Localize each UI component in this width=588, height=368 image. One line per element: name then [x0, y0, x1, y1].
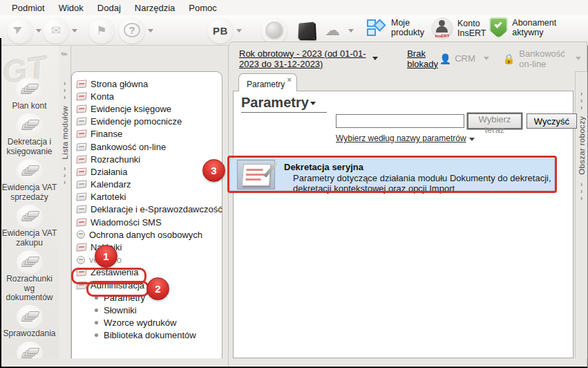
bankowosc-online-icon — [76, 142, 86, 151]
konto-insert-label: Konto — [457, 19, 480, 28]
plan-kont-icon — [16, 77, 42, 101]
cloud-caret[interactable] — [348, 29, 354, 33]
menu-pomoc[interactable]: Pomoc — [182, 1, 222, 15]
abonament-button[interactable]: Abonament aktywny — [489, 17, 588, 38]
online-button[interactable] — [261, 17, 287, 44]
dekretacja-seryjna-item[interactable]: Dekretacja seryjna Parametry dotyczące d… — [230, 158, 555, 191]
moje-produkty-button[interactable]: Mojeprodukty — [366, 17, 424, 38]
sidebar-item-deklaracje-skarbowe[interactable]: Deklaracje skarbowe — [0, 342, 59, 358]
send-caret[interactable] — [72, 29, 77, 33]
vat-sprzedazy-icon — [17, 159, 43, 183]
sidebar-item-ewidencja-vat-zakupu[interactable]: Ewidencja VAT zakupu — [0, 205, 59, 248]
item-description: Parametry dotyczące działania modułu Dok… — [293, 173, 554, 194]
tree-item-rozrachunki[interactable]: Rozrachunki — [77, 153, 222, 165]
crm-caret[interactable] — [484, 57, 489, 60]
pointer-tool-button[interactable] — [7, 17, 33, 44]
page-title[interactable]: Parametry — [241, 95, 327, 113]
tree-item-kalendarz[interactable]: Kalendarz — [77, 178, 222, 191]
bankowosc-icon: 🔒 — [503, 53, 515, 64]
tree-item-bankowosc-online[interactable]: Bankowość on-line — [77, 140, 222, 153]
module-cube-button[interactable] — [293, 17, 319, 44]
lista-modulow-label: Lista modułów — [61, 106, 69, 159]
konto-insert-button[interactable]: InsERT KontoInsERT — [431, 17, 486, 39]
tree-item-slowniki[interactable]: Słowniki — [77, 304, 222, 316]
filter-by-name-link[interactable]: Wybierz według nazwy parametrów — [336, 134, 475, 143]
help-caret[interactable] — [148, 29, 153, 33]
dekretacja-seryjna-icon — [237, 160, 275, 190]
ochrona-danych-icon — [77, 230, 85, 239]
send-button[interactable] — [43, 17, 69, 44]
wiadomosci-sms-icon — [76, 218, 86, 226]
wybierz-teraz-button[interactable]: Wybierz teraz — [468, 113, 522, 129]
wyczysc-button[interactable]: Wyczyść — [527, 113, 577, 129]
menu-dodaj[interactable]: Dodaj — [91, 1, 127, 15]
bankowosc-label[interactable]: Bankowość on-line — [519, 48, 566, 69]
bullet-icon — [95, 333, 98, 337]
obszar-roboczy-label: Obszar roboczy — [578, 116, 586, 175]
brak-blokady-link[interactable]: Brak blokady — [407, 48, 439, 69]
tree-item-konta[interactable]: Konta — [77, 90, 222, 102]
tab-close-icon[interactable]: × — [287, 75, 292, 84]
tree-item-ewidencje-pomocnicze[interactable]: Ewidencje pomocnicze — [77, 116, 222, 128]
tree-item-finanse[interactable]: Finanse — [77, 128, 222, 140]
menu-podmiot[interactable]: Podmiot — [6, 1, 51, 15]
user-button[interactable]: PB — [207, 17, 234, 44]
tree-item-dzialania[interactable]: Działania — [77, 165, 222, 178]
ewidencje-ksiegowe-icon — [76, 104, 86, 113]
sidebar-item-dekretacja[interactable]: Dekretacja i księgowanie — [0, 113, 59, 156]
tree-item-strona-glowna[interactable]: Strona główna — [77, 77, 222, 90]
crm-label[interactable]: CRM — [455, 53, 475, 64]
pin-icon[interactable]: ✎ — [59, 49, 70, 60]
sidebar-item-ewidencja-vat-sprzedazy[interactable]: Ewidencja VAT sprzedaży — [0, 159, 59, 202]
cube-icon — [298, 22, 314, 39]
tree-item-biblioteka-dokumentow[interactable]: Biblioteka dokumentów — [77, 329, 222, 342]
help-icon — [124, 24, 140, 37]
parameter-search-input[interactable] — [336, 114, 464, 128]
kartoteki-icon — [76, 193, 86, 201]
topbar: Rok obrotowy - 2023 (od 01-01-2023 do 31… — [229, 46, 587, 71]
sidebar-item-plan-kont[interactable]: Plan kont — [12, 77, 46, 111]
tree-item-wiadomosci-sms[interactable]: Wiadomości SMS — [77, 216, 222, 228]
deklaracje-icon — [76, 205, 86, 214]
parametry-content-panel: Parametry Wybierz teraz Wyczyść Wybierz … — [233, 91, 573, 358]
menu-narzedzia[interactable]: Narzędzia — [129, 1, 182, 15]
help-button[interactable] — [119, 17, 145, 44]
tab-label: Parametry — [247, 80, 285, 89]
tree-item-deklaracje-esprawozdawczosc[interactable]: Deklaracje i e-Sprawozdawczość — [77, 203, 222, 216]
pointer-tool-caret[interactable] — [36, 29, 41, 33]
cloud-services-button[interactable] — [319, 17, 345, 44]
vat-zakupu-icon — [17, 205, 43, 228]
title-caret-icon — [310, 102, 316, 105]
tree-item-zestawienia[interactable]: Zestawienia — [77, 266, 222, 279]
cloud-icon — [325, 21, 340, 39]
moje-produkty-icon — [366, 17, 387, 38]
tab-parametry[interactable]: Parametry × — [238, 73, 297, 91]
konto-insert-icon: InsERT — [431, 17, 453, 39]
tree-item-ochrona-danych[interactable]: Ochrona danych osobowych — [77, 228, 222, 241]
zestawienia-icon — [76, 268, 86, 277]
kalendarz-icon — [76, 181, 86, 189]
user-caret[interactable] — [236, 29, 242, 33]
pointer-arrow-icon — [13, 25, 27, 36]
sidebar-item-sprawozdania[interactable]: Sprawozdania — [3, 305, 55, 338]
tree-item-kartoteki[interactable]: Kartoteki — [77, 191, 222, 203]
menu-widok[interactable]: Widok — [53, 1, 90, 15]
send-icon — [51, 24, 61, 38]
sidebar-item-rozrachunki-wg-dokumentow[interactable]: Rozrachunki wg dokumentów — [0, 250, 59, 302]
rok-obrotowy-link[interactable]: Rok obrotowy - 2023 (od 01-01-2023 do 31… — [239, 48, 370, 69]
tree-item-wzorce-wydrukow[interactable]: Wzorce wydruków — [77, 317, 222, 329]
item-title: Dekretacja seryjna — [284, 162, 554, 172]
naklejki-icon — [76, 243, 86, 252]
menubar: Podmiot Widok Dodaj Narzędzia Pomoc — [0, 0, 588, 15]
window-border-left — [0, 38, 1, 368]
chevron-icon: › — [64, 178, 66, 185]
bankowosc-caret[interactable] — [576, 57, 581, 60]
shield-check-icon — [489, 17, 508, 38]
tree-item-ewidencje-ksiegowe[interactable]: Ewidencje księgowe — [77, 102, 222, 115]
annotation-step-1: 1 — [95, 245, 117, 268]
strona-glowna-icon — [76, 80, 86, 88]
flag-button[interactable] — [88, 17, 115, 44]
rok-obrotowy-caret[interactable] — [372, 57, 378, 60]
app-window: Podmiot Widok Dodaj Narzędzia Pomoc PB M… — [0, 0, 588, 368]
lista-modulow-strip[interactable]: ✎ › › › Lista modułów › › › — [59, 46, 71, 358]
